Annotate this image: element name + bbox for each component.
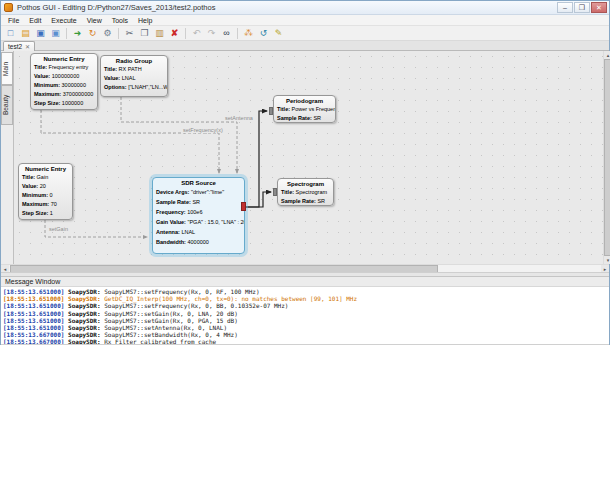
prop-label: Step Size: <box>22 210 48 216</box>
wire-sdr-to-spectrogram[interactable] <box>245 192 271 207</box>
prop-label: Sample Rate: <box>156 199 191 205</box>
save-as-topology-button[interactable]: ▣ <box>49 27 62 40</box>
block-radio-group[interactable]: Radio Group Title: RX PATH Value: LNAL O… <box>100 55 168 97</box>
message-log: [18:55:13.651000] SoapySDR: SoapyLMS7::s… <box>1 287 609 345</box>
block-prop: Device Args: "driver":"lime" <box>153 187 244 197</box>
block-numeric-entry-gain[interactable]: Numeric Entry Title: Gain Value: 20 Mini… <box>18 163 73 220</box>
page-tab-beauty[interactable]: Beauty <box>1 85 13 125</box>
block-prop: Sample Rate: SR <box>278 197 333 206</box>
block-prop: Value: LNAL <box>101 74 167 83</box>
vscroll-thumb[interactable] <box>604 59 610 256</box>
scroll-up-arrow[interactable]: ▴ <box>604 51 610 59</box>
prop-value: Spectrogram <box>296 189 328 195</box>
open-folder-icon: ▤ <box>21 29 30 38</box>
rotate-block-button[interactable]: ↺ <box>257 27 270 40</box>
block-prop: Sample Rate: SR <box>274 114 335 123</box>
prop-value: SR <box>313 115 321 121</box>
cut-button[interactable]: ✂ <box>123 27 136 40</box>
prop-label: Minimum: <box>22 192 48 198</box>
block-spectrogram[interactable]: Spectrogram Title: Spectrogram Sample Ra… <box>277 178 334 206</box>
block-title: Radio Group <box>101 56 167 65</box>
system-settings-button[interactable]: ⚙ <box>101 27 114 40</box>
log-timestamp: [18:55:13.651000] <box>3 302 64 309</box>
window-title: Pothos GUI - Editing D:/Python27/Saves_2… <box>17 3 215 12</box>
export-topology-button[interactable]: ➜ <box>71 27 84 40</box>
minimize-button[interactable]: – <box>557 2 573 13</box>
periodogram-input-port[interactable] <box>269 107 273 115</box>
app-icon <box>4 3 13 12</box>
block-periodogram[interactable]: Periodogram Title: Power vs Frequency Sa… <box>273 95 336 123</box>
copy-button[interactable]: ❐ <box>138 27 151 40</box>
export-arrow-icon: ➜ <box>74 29 82 38</box>
page-tab-strip: Main Beauty <box>1 51 14 264</box>
wire-label-set-antenna: setAntenna <box>224 115 254 121</box>
delete-button[interactable]: ✘ <box>168 27 181 40</box>
page-tab-main[interactable]: Main <box>1 52 13 85</box>
sdr-output-port[interactable] <box>241 202 246 211</box>
undo-button[interactable]: ↶ <box>190 27 203 40</box>
topology-canvas[interactable]: setFrequency(x) setAntenna setGain Numer… <box>14 51 603 264</box>
canvas-vscrollbar[interactable]: ▴ ▾ <box>603 51 610 264</box>
prop-label: Value: <box>104 75 120 81</box>
log-timestamp: [18:55:13.651000] <box>3 324 64 331</box>
prop-value: Gain <box>37 174 49 180</box>
scroll-down-arrow[interactable]: ▾ <box>604 256 610 264</box>
wire-set-antenna[interactable] <box>121 97 237 173</box>
canvas-hscrollbar[interactable]: ◂ ▸ <box>1 264 609 272</box>
undo-arrow-icon: ↶ <box>193 29 201 38</box>
tab-close-icon[interactable]: ✕ <box>25 43 30 50</box>
new-topology-button[interactable]: □ <box>4 27 17 40</box>
maximize-button[interactable]: ❒ <box>574 2 590 13</box>
spectrogram-input-port[interactable] <box>273 188 277 196</box>
menu-edit[interactable]: Edit <box>24 15 46 26</box>
prop-label: Minimum: <box>34 82 60 88</box>
log-timestamp: [18:55:13.651000] <box>3 288 64 295</box>
paste-button[interactable]: ▥ <box>153 27 166 40</box>
menu-file[interactable]: File <box>3 15 24 26</box>
prop-value: Frequency entry <box>49 64 89 70</box>
prop-label: Maximum: <box>34 91 61 97</box>
block-prop: Step Size: 1 <box>19 209 72 218</box>
prop-value: 20 <box>40 183 46 189</box>
menu-help[interactable]: Help <box>133 15 157 26</box>
prop-value: 1000000 <box>62 100 83 106</box>
menu-execute[interactable]: Execute <box>46 15 81 26</box>
new-document-icon: □ <box>8 29 13 38</box>
log-message: SoapyLMS7::setBandwidth(Rx, 0, 4 MHz) <box>104 331 238 338</box>
log-message: GetDC_IQ_Interp(100 MHz, ch=0, tx=0): no… <box>104 295 357 302</box>
block-prop: Title: Frequency entry <box>31 63 97 72</box>
prop-value: RX PATH <box>119 66 142 72</box>
log-source: SoapySDR: <box>68 310 101 317</box>
prop-value: "PGA" : 15.0, "LNA" : 20.0 <box>188 219 245 225</box>
edit-properties-button[interactable]: ✎ <box>272 27 285 40</box>
tab-test2[interactable]: test2 ✕ <box>3 41 35 51</box>
menu-bar: File Edit Execute View Tools Help <box>1 15 609 26</box>
prop-value: "driver":"lime" <box>191 189 224 195</box>
copy-icon: ❐ <box>140 29 148 38</box>
log-line: [18:55:13.651000] SoapySDR: SoapyLMS7::s… <box>3 317 609 324</box>
prop-label: Title: <box>281 189 294 195</box>
log-source: SoapySDR: <box>68 317 101 324</box>
toolbar-separator <box>118 28 119 39</box>
block-numeric-entry-frequency[interactable]: Numeric Entry Title: Frequency entry Val… <box>30 53 98 110</box>
log-source: SoapySDR: <box>68 295 101 302</box>
block-prop: Maximum: 70 <box>19 200 72 209</box>
menu-view[interactable]: View <box>82 15 107 26</box>
open-topology-button[interactable]: ▤ <box>19 27 32 40</box>
menu-tools[interactable]: Tools <box>107 15 133 26</box>
prop-label: Title: <box>104 66 117 72</box>
find-blocks-button[interactable]: ∞ <box>220 27 233 40</box>
prop-label: Sample Rate: <box>281 198 316 204</box>
title-bar[interactable]: Pothos GUI - Editing D:/Python27/Saves_2… <box>1 1 609 15</box>
delete-x-icon: ✘ <box>171 29 179 38</box>
save-topology-button[interactable]: ▣ <box>34 27 47 40</box>
log-message: SoapyLMS7::setAntenna(Rx, 0, LNAL) <box>104 324 227 331</box>
reload-plugins-button[interactable]: ↻ <box>86 27 99 40</box>
redo-button[interactable]: ↷ <box>205 27 218 40</box>
block-prop: Gain Value: "PGA" : 15.0, "LNA" : 20.0 <box>153 217 244 227</box>
close-button[interactable]: ✕ <box>591 2 607 13</box>
prop-value: 30000000 <box>62 82 86 88</box>
block-sdr-source[interactable]: SDR Source Device Args: "driver":"lime" … <box>152 177 245 254</box>
activate-topology-button[interactable]: ⁂ <box>242 27 255 40</box>
prop-label: Bandwidth: <box>156 239 186 245</box>
